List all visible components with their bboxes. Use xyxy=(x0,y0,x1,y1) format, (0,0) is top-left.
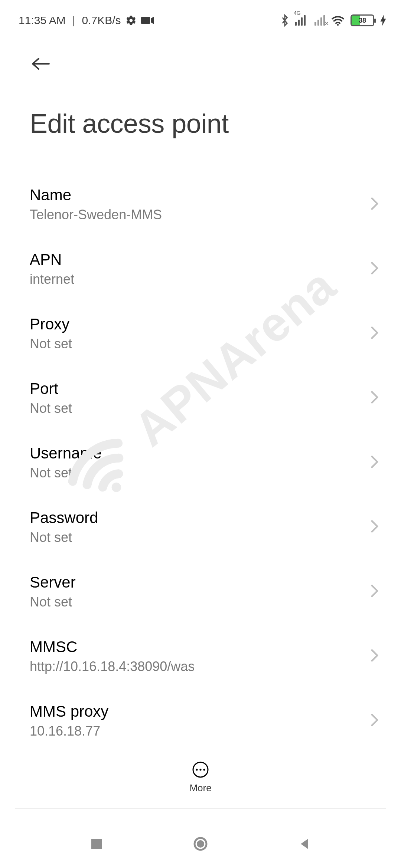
setting-value: internet xyxy=(30,272,74,287)
charging-bolt-icon xyxy=(380,15,386,26)
setting-item-server[interactable]: Server Not set xyxy=(0,559,401,624)
setting-item-password[interactable]: Password Not set xyxy=(0,495,401,559)
nav-home-button[interactable] xyxy=(189,833,212,855)
svg-point-5 xyxy=(199,769,201,770)
svg-rect-7 xyxy=(91,839,102,849)
chevron-right-icon xyxy=(371,520,379,535)
nav-recent-button[interactable] xyxy=(85,833,108,855)
chevron-right-icon xyxy=(371,391,379,405)
chevron-right-icon xyxy=(371,326,379,341)
setting-label: Proxy xyxy=(30,315,72,333)
status-separator: | xyxy=(72,14,75,27)
more-icon xyxy=(192,761,209,779)
setting-label: Server xyxy=(30,573,76,591)
svg-point-4 xyxy=(196,769,198,770)
setting-item-apn[interactable]: APN internet xyxy=(0,237,401,301)
more-button[interactable]: More xyxy=(189,761,211,794)
signal-sim1: 4G xyxy=(295,15,306,26)
battery-percentage: 38 xyxy=(352,17,373,24)
setting-value: Not set xyxy=(30,336,72,352)
system-nav-bar xyxy=(0,820,401,868)
bottom-divider xyxy=(15,808,386,809)
svg-point-1 xyxy=(337,24,339,26)
chevron-right-icon xyxy=(371,713,379,728)
setting-value: Not set xyxy=(30,401,72,416)
header: Edit access point xyxy=(0,34,401,146)
svg-point-6 xyxy=(203,769,205,770)
setting-label: Port xyxy=(30,380,72,398)
setting-label: MMSC xyxy=(30,638,195,656)
chevron-right-icon xyxy=(371,262,379,276)
square-icon xyxy=(90,837,103,851)
setting-value: Telenor-Sweden-MMS xyxy=(30,207,162,223)
setting-item-username[interactable]: Username Not set xyxy=(0,430,401,495)
signal-4g-label: 4G xyxy=(294,10,301,16)
svg-rect-0 xyxy=(141,17,150,24)
bluetooth-icon xyxy=(281,14,289,27)
camera-icon xyxy=(141,16,154,25)
chevron-right-icon xyxy=(371,649,379,664)
setting-item-mms-proxy[interactable]: MMS proxy 10.16.18.77 xyxy=(0,688,401,753)
chevron-right-icon xyxy=(371,455,379,470)
circle-icon xyxy=(192,836,209,852)
signal-sim2: ✕ xyxy=(314,15,325,26)
status-left: 11:35 AM | 0.7KB/s xyxy=(19,14,154,27)
setting-item-port[interactable]: Port Not set xyxy=(0,366,401,430)
setting-item-proxy[interactable]: Proxy Not set xyxy=(0,301,401,366)
bottom-action-bar: More xyxy=(0,753,401,801)
svg-point-9 xyxy=(197,840,204,848)
setting-label: APN xyxy=(30,251,74,269)
setting-item-name[interactable]: Name Telenor-Sweden-MMS xyxy=(0,172,401,237)
nav-back-button[interactable] xyxy=(293,833,316,855)
arrow-left-icon xyxy=(30,56,51,71)
setting-item-mmsc[interactable]: MMSC http://10.16.18.4:38090/was xyxy=(0,624,401,688)
setting-value: http://10.16.18.4:38090/was xyxy=(30,659,195,674)
setting-value: 10.16.18.77 xyxy=(30,723,108,739)
setting-value: Not set xyxy=(30,594,76,610)
setting-label: Name xyxy=(30,186,162,204)
status-bar: 11:35 AM | 0.7KB/s 4G xyxy=(0,0,401,34)
gear-icon xyxy=(125,15,137,26)
setting-label: MMS proxy xyxy=(30,703,108,720)
triangle-left-icon xyxy=(298,837,311,851)
chevron-right-icon xyxy=(371,197,379,212)
network-speed: 0.7KB/s xyxy=(82,14,121,27)
setting-value: Not set xyxy=(30,530,98,545)
setting-label: Username xyxy=(30,444,102,462)
clock-text: 11:35 AM xyxy=(19,14,66,27)
more-label: More xyxy=(189,782,211,794)
status-right: 4G ✕ 38 xyxy=(281,14,386,27)
battery-icon: 38 xyxy=(351,14,374,26)
wifi-icon xyxy=(331,15,345,26)
setting-label: Password xyxy=(30,509,98,527)
chevron-right-icon xyxy=(371,584,379,599)
signal-no-sim-icon: ✕ xyxy=(324,20,329,27)
page-title: Edit access point xyxy=(30,108,375,139)
setting-value: Not set xyxy=(30,465,102,481)
back-button[interactable] xyxy=(30,53,52,75)
